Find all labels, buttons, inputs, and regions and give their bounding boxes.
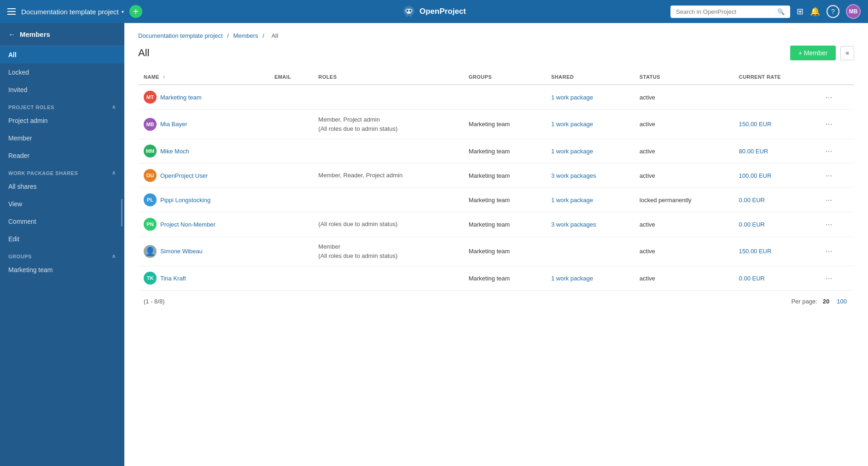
member-name-cell: PLPippi Longstocking xyxy=(138,188,269,212)
member-shared-cell: 1 work package xyxy=(546,139,634,163)
member-name-link[interactable]: MTMarketing team xyxy=(144,91,263,104)
member-roles: Member(All roles due to admin status) xyxy=(318,243,397,259)
member-roles-cell xyxy=(313,85,463,110)
member-rate-cell: 0.00 EUR xyxy=(734,266,817,291)
sidebar-item-edit[interactable]: Edit xyxy=(0,230,124,248)
sidebar-item-comment[interactable]: Comment xyxy=(0,213,124,230)
sidebar-item-view[interactable]: View xyxy=(0,195,124,213)
member-name-link[interactable]: TKTina Kraft xyxy=(144,272,263,285)
breadcrumb-project[interactable]: Documentation template project xyxy=(138,32,223,39)
col-roles-label: ROLES xyxy=(318,74,337,80)
member-groups-cell: Marketing team xyxy=(463,188,546,212)
breadcrumb-separator-2: / xyxy=(262,32,266,39)
member-rate: 0.00 EUR xyxy=(739,221,765,228)
member-status-cell: active xyxy=(634,163,734,188)
more-options-button[interactable]: ··· xyxy=(822,219,835,230)
per-page-20[interactable]: 20 xyxy=(821,297,831,306)
member-status-cell: active xyxy=(634,85,734,110)
more-options-button[interactable]: ··· xyxy=(822,273,835,284)
svg-point-1 xyxy=(409,10,412,12)
more-options-button[interactable]: ··· xyxy=(822,245,835,257)
more-options-button[interactable]: ··· xyxy=(822,118,835,130)
member-shared-cell: 3 work packages xyxy=(546,212,634,237)
page-layout: ← Members All Locked Invited PROJECT ROL… xyxy=(0,23,868,466)
search-input[interactable] xyxy=(676,8,774,15)
shared-link[interactable]: 3 work packages xyxy=(551,172,596,179)
sidebar-item-all[interactable]: All xyxy=(0,46,124,64)
member-name-link[interactable]: PLPippi Longstocking xyxy=(144,193,263,206)
sidebar-item-reader[interactable]: Reader xyxy=(0,147,124,164)
member-rate-cell: 100.00 EUR xyxy=(734,163,817,188)
project-selector[interactable]: Documentation template project ▾ xyxy=(21,8,124,16)
more-options-button[interactable]: ··· xyxy=(822,146,835,157)
user-avatar[interactable]: MB xyxy=(846,4,861,19)
help-icon[interactable]: ? xyxy=(827,5,839,18)
shared-link[interactable]: 1 work package xyxy=(551,275,593,282)
sidebar-section-work-package-shares[interactable]: WORK PACKAGE SHARES ∧ xyxy=(0,164,124,178)
filter-button[interactable]: ≡ xyxy=(840,46,854,60)
section-project-roles-label: PROJECT ROLES xyxy=(8,105,54,110)
sidebar-item-invited[interactable]: Invited xyxy=(0,81,124,99)
member-status-cell: locked permanently xyxy=(634,188,734,212)
member-shared-cell: 1 work package xyxy=(546,188,634,212)
member-name-link[interactable]: PNProject Non-Member xyxy=(144,218,263,231)
sidebar-item-member[interactable]: Member xyxy=(0,129,124,147)
member-name-link[interactable]: 👤Simone Wibeau xyxy=(144,245,263,258)
shared-link[interactable]: 1 work package xyxy=(551,94,593,101)
member-email-cell xyxy=(269,110,313,139)
more-options-button[interactable]: ··· xyxy=(822,170,835,181)
sidebar-item-marketing-team[interactable]: Marketing team xyxy=(0,261,124,279)
col-shared-label: SHARED xyxy=(551,74,574,80)
member-status-cell: active xyxy=(634,110,734,139)
per-page-100[interactable]: 100 xyxy=(835,297,849,306)
avatar: PL xyxy=(144,193,157,206)
shared-link[interactable]: 1 work package xyxy=(551,121,593,128)
sidebar-section-project-roles[interactable]: PROJECT ROLES ∧ xyxy=(0,99,124,112)
add-project-button[interactable]: + xyxy=(129,5,142,18)
member-shared-cell: 1 work package xyxy=(546,266,634,291)
member-name-cell: PNProject Non-Member xyxy=(138,212,269,237)
chevron-up-icon: ∧ xyxy=(112,104,116,110)
member-name-link[interactable]: MBMia Bayer xyxy=(144,118,263,131)
member-status-cell: active xyxy=(634,266,734,291)
sidebar-item-locked[interactable]: Locked xyxy=(0,64,124,81)
avatar: MT xyxy=(144,91,157,104)
filter-icon: ≡ xyxy=(845,50,849,57)
member-shared-cell xyxy=(546,237,634,266)
reader-label: Reader xyxy=(8,152,29,159)
avatar: MB xyxy=(144,118,157,131)
table-row: TKTina KraftMarketing team1 work package… xyxy=(138,266,854,291)
search-box[interactable]: 🔍 xyxy=(670,6,790,18)
member-name-link[interactable]: OUOpenProject User xyxy=(144,169,263,182)
member-email-cell xyxy=(269,237,313,266)
breadcrumb-members[interactable]: Members xyxy=(233,32,258,39)
grid-icon[interactable]: ⊞ xyxy=(797,6,804,17)
shared-link[interactable]: 3 work packages xyxy=(551,221,596,228)
col-name[interactable]: NAME ↑ xyxy=(138,70,269,85)
hamburger-menu[interactable] xyxy=(7,8,16,15)
member-name-link[interactable]: MMMike Moch xyxy=(144,145,263,157)
col-rate-label: CURRENT RATE xyxy=(739,74,781,80)
member-actions-cell: ··· xyxy=(817,85,854,110)
more-options-button[interactable]: ··· xyxy=(822,92,835,103)
add-member-button[interactable]: + Member xyxy=(790,46,836,60)
member-status-cell: active xyxy=(634,237,734,266)
sidebar-section-groups[interactable]: GROUPS ∧ xyxy=(0,248,124,261)
bell-icon[interactable]: 🔔 xyxy=(810,6,820,17)
sidebar-item-project-admin[interactable]: Project admin xyxy=(0,112,124,129)
sidebar: ← Members All Locked Invited PROJECT ROL… xyxy=(0,23,124,466)
openproject-logo: OpenProject xyxy=(402,6,466,17)
member-roles-cell xyxy=(313,266,463,291)
shared-link[interactable]: 1 work package xyxy=(551,197,593,204)
member-roles-cell: Member(All roles due to admin status) xyxy=(313,237,463,266)
col-actions xyxy=(817,70,854,85)
avatar: 👤 xyxy=(144,245,157,258)
chevron-down-icon: ▾ xyxy=(122,9,124,14)
sidebar-item-all-shares[interactable]: All shares xyxy=(0,178,124,195)
sidebar-back-button[interactable]: ← Members xyxy=(0,23,124,46)
members-table: NAME ↑ EMAIL ROLES GROUPS SHARED STATUS … xyxy=(138,70,854,291)
member-name-cell: 👤Simone Wibeau xyxy=(138,237,269,266)
more-options-button[interactable]: ··· xyxy=(822,194,835,206)
table-row: MMMike MochMarketing team1 work packagea… xyxy=(138,139,854,163)
shared-link[interactable]: 1 work package xyxy=(551,148,593,155)
